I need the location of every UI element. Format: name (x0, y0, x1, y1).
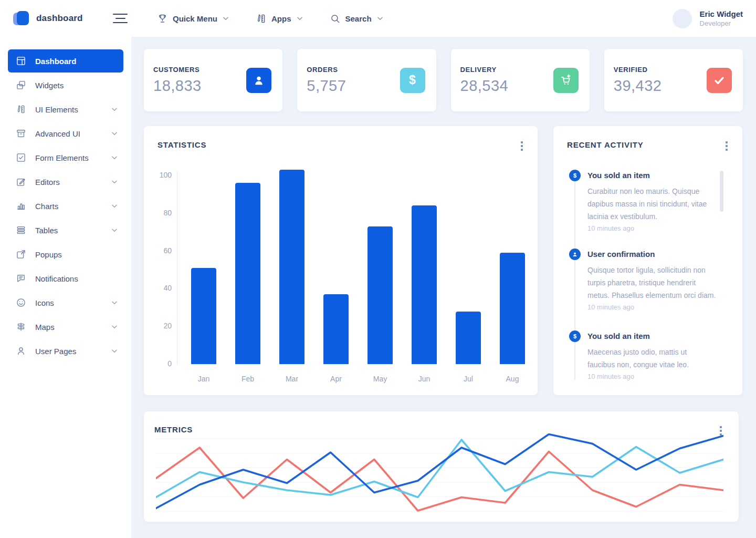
sidebar-item-label: Tables (35, 226, 58, 235)
chevron-down-icon (112, 132, 117, 136)
user-icon (246, 68, 271, 93)
sidebar-item-icons[interactable]: Icons (8, 291, 123, 314)
recent-activity-title: RECENT ACTIVITY (567, 140, 644, 149)
header-menu-item-search[interactable]: Search (330, 13, 383, 24)
activity-item: $You sold an itemCurabitur non leo mauri… (569, 170, 727, 232)
sidebar-item-popups[interactable]: Popups (8, 243, 123, 266)
x-axis-label: Jan (188, 375, 219, 383)
dollar-badge-icon: $ (569, 170, 581, 181)
sidebar-item-ui-elements[interactable]: UI Elements (8, 98, 123, 121)
user-menu[interactable]: Eric Widget Developer (673, 9, 743, 28)
dollar-badge-icon: $ (569, 330, 581, 342)
sidebar-item-label: Popups (35, 250, 62, 259)
activity-item: User confirmationQuisque tortor ligula, … (569, 249, 727, 311)
pen-ruler-icon (256, 13, 267, 24)
bar-jul (456, 312, 481, 365)
sidebar-item-label: Dashboard (35, 57, 76, 66)
stat-value: 39,432 (614, 77, 662, 95)
sidebar: DashboardWidgetsUI ElementsAdvanced UIFo… (0, 37, 131, 538)
chevron-down-icon (112, 229, 117, 232)
sidebar-item-tables[interactable]: Tables (8, 219, 123, 242)
sidebar-item-dashboard[interactable]: Dashboard (8, 49, 123, 73)
sidebar-item-form-elements[interactable]: Form Elements (8, 146, 123, 169)
sidebar-item-label: Charts (35, 202, 58, 211)
bar-mar (279, 170, 304, 364)
menu-item-label: Search (345, 14, 372, 23)
sidebar-nav: DashboardWidgetsUI ElementsAdvanced UIFo… (0, 49, 131, 363)
editors-icon (16, 177, 26, 187)
activity-text: Quisque tortor ligula, sollicitudin non … (587, 264, 716, 302)
x-axis-label: Feb (232, 375, 264, 383)
notifications-icon (16, 273, 26, 284)
stat-card-verified: VERIFIED39,432 (604, 49, 743, 111)
user-pages-icon (16, 346, 26, 356)
metrics-card: METRICS (144, 411, 739, 522)
sidebar-item-label: Editors (35, 178, 60, 187)
activity-item: $You sold an itemMaecenas justo odio, ma… (569, 330, 727, 380)
logo-icon (13, 11, 29, 26)
y-axis-tick: 0 (144, 359, 172, 368)
activity-title: You sold an item (587, 170, 727, 180)
x-axis-label: Mar (276, 375, 308, 383)
chevron-down-icon (297, 17, 302, 20)
stat-value: 18,833 (153, 77, 202, 95)
avatar (673, 9, 692, 28)
dashboard-icon (16, 56, 26, 66)
bar-feb (235, 183, 260, 364)
user-role: Developer (700, 19, 743, 27)
ui-elements-icon (16, 104, 26, 115)
stat-value: 28,534 (460, 77, 509, 95)
sidebar-item-label: Widgets (35, 81, 64, 90)
activity-time: 10 minutes ago (587, 373, 727, 380)
sidebar-item-maps[interactable]: Maps (8, 315, 123, 338)
stat-label: DELIVERY (460, 66, 509, 74)
sidebar-item-notifications[interactable]: Notifications (8, 267, 123, 290)
x-axis-label: Apr (320, 375, 352, 383)
chevron-down-icon (112, 301, 117, 305)
sidebar-item-label: Form Elements (35, 153, 89, 162)
dollar-icon: $ (400, 68, 425, 93)
chevron-down-icon (112, 204, 117, 208)
chevron-down-icon (112, 180, 117, 184)
stat-label: ORDERS (307, 66, 346, 74)
stat-cards-row: CUSTOMERS18,833ORDERS5,757$DELIVERY28,53… (144, 49, 743, 111)
sidebar-item-editors[interactable]: Editors (8, 170, 123, 193)
stat-card-orders: ORDERS5,757$ (297, 49, 436, 111)
app-logo[interactable]: dashboard (13, 11, 96, 26)
x-axis-label: May (364, 375, 396, 383)
search-icon (330, 13, 341, 24)
cart-icon (553, 68, 579, 93)
sidebar-item-user-pages[interactable]: User Pages (8, 339, 123, 363)
kebab-menu-icon[interactable] (724, 140, 729, 152)
bar-jan (191, 268, 216, 364)
stat-label: VERIFIED (614, 66, 662, 74)
sidebar-toggle-button[interactable] (113, 14, 128, 23)
sidebar-item-advanced-ui[interactable]: Advanced UI (8, 122, 123, 145)
advanced-ui-icon (16, 128, 26, 139)
recent-activity-card: RECENT ACTIVITY $You sold an itemCurabit… (553, 126, 742, 395)
activity-time: 10 minutes ago (587, 303, 727, 311)
menu-item-label: Apps (271, 14, 291, 23)
header-menu-item-apps[interactable]: Apps (256, 13, 302, 24)
sidebar-item-charts[interactable]: Charts (8, 194, 123, 218)
bar-apr (323, 294, 349, 364)
activity-scrollbar[interactable] (720, 171, 723, 212)
activity-title: User confirmation (587, 249, 727, 258)
popups-icon (16, 249, 26, 260)
maps-icon (16, 322, 26, 332)
metrics-title: METRICS (154, 425, 193, 434)
bar-jun (412, 205, 437, 364)
activity-text: Curabitur non leo mauris. Quisque dapibu… (587, 185, 716, 223)
sidebar-item-label: UI Elements (35, 105, 78, 114)
statistics-bar-chart: 100806040200JanFebMarAprMayJunJulAug (144, 126, 538, 395)
check-icon (707, 68, 732, 93)
stat-value: 5,757 (307, 77, 346, 95)
metrics-line-blue (156, 434, 723, 509)
sidebar-item-widgets[interactable]: Widgets (8, 74, 123, 97)
header-menu: Quick MenuAppsSearch (157, 13, 383, 24)
metrics-line-salmon (156, 448, 723, 511)
chevron-down-icon (112, 349, 117, 353)
brand-name: dashboard (36, 13, 83, 24)
header-menu-item-quick-menu[interactable]: Quick Menu (157, 13, 228, 24)
sidebar-item-label: Maps (35, 323, 55, 332)
